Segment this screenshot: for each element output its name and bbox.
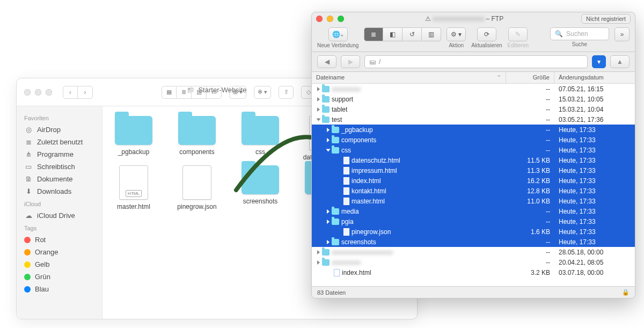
disclosure-triangle-icon[interactable]: [327, 138, 330, 142]
path-dropdown[interactable]: ▾: [592, 55, 606, 68]
col-date[interactable]: Änderungsdatum: [554, 72, 635, 83]
file-count: 83 Dateien: [317, 289, 346, 296]
path-forward[interactable]: ▶: [341, 55, 360, 68]
icon-view-button[interactable]: ▦: [162, 86, 177, 99]
disclosure-triangle-icon[interactable]: [326, 149, 331, 151]
path-up[interactable]: ▲: [610, 55, 630, 68]
disclosure-triangle-icon[interactable]: [317, 118, 321, 121]
columns-icon[interactable]: ▥: [422, 27, 441, 41]
list-row[interactable]: css--Heute, 17:33: [312, 145, 635, 155]
gear-icon[interactable]: ⚙ ▾: [447, 27, 466, 41]
refresh-tool[interactable]: ⟳ Aktualisieren: [471, 27, 502, 48]
list-row[interactable]: datenschutz.html11.5 KBHeute, 17:33: [312, 155, 635, 165]
sidebar-item-icon: ◎: [24, 126, 33, 134]
col-size[interactable]: Größe: [506, 72, 554, 83]
disclosure-triangle-icon[interactable]: [327, 128, 330, 132]
edit-tool[interactable]: ✎ Editieren: [508, 27, 529, 48]
list-row[interactable]: screenshots--Heute, 17:33: [312, 237, 635, 247]
sidebar-item[interactable]: ⋔Programme: [17, 148, 102, 161]
share-button[interactable]: ⇧: [279, 86, 294, 99]
list-header[interactable]: Dateiname⌃ Größe Änderungsdatum: [312, 72, 635, 84]
sidebar-item[interactable]: Blau: [17, 283, 102, 295]
folder-icon: [178, 116, 216, 145]
list-row[interactable]: xxxxxxxxx--07.05.21, 16:15: [312, 84, 635, 94]
back-button[interactable]: ‹: [63, 86, 78, 99]
view-switcher[interactable]: ▦ ≣ ▥ ▭: [162, 86, 222, 99]
row-name: xxxxxxxxx: [332, 85, 361, 93]
list-row[interactable]: components--Heute, 17:33: [312, 135, 635, 145]
ftp-file-list[interactable]: xxxxxxxxx--07.05.21, 16:15support--15.03…: [312, 84, 635, 286]
list-view-button[interactable]: ≣: [177, 86, 192, 99]
folder-item[interactable]: screenshots: [235, 165, 286, 210]
arrange-menu[interactable]: ⊞ ▾: [229, 86, 246, 99]
refresh-icon[interactable]: ⟳: [477, 27, 496, 41]
list-row[interactable]: index.html16.2 KBHeute, 17:33: [312, 176, 635, 186]
disclosure-triangle-icon[interactable]: [317, 250, 320, 254]
folder-item[interactable]: _pgbackup: [108, 116, 159, 161]
ftp-traffic-lights[interactable]: [316, 16, 344, 22]
sidebar-item[interactable]: 🗎Dokumente: [17, 173, 102, 185]
sidebar-item[interactable]: ▭Schreibtisch: [17, 161, 102, 173]
column-view-button[interactable]: ▥: [192, 86, 207, 99]
overflow-button[interactable]: »: [614, 27, 630, 41]
path-back[interactable]: ◀: [317, 55, 336, 68]
row-date: 03.07.18, 00:00: [554, 269, 635, 276]
globe-plus-icon[interactable]: 🌐₊: [328, 27, 348, 41]
list-row[interactable]: _pgbackup--Heute, 17:33: [312, 125, 635, 135]
list-view-icon[interactable]: ≣: [364, 27, 383, 41]
history-icon[interactable]: ↺: [402, 27, 422, 41]
list-row[interactable]: master.html11.0 KBHeute, 17:33: [312, 196, 635, 206]
list-row[interactable]: pinegrow.json1.6 KBHeute, 17:33: [312, 227, 635, 237]
file-icon: [334, 269, 340, 276]
list-row[interactable]: test--03.05.21, 17:36: [312, 114, 635, 125]
sidebar-item[interactable]: Orange: [17, 246, 102, 258]
folder-item[interactable]: components: [171, 116, 223, 161]
view-group[interactable]: ≣ ◧ ↺ ▥: [364, 27, 441, 48]
sidebar-item[interactable]: ◎AirDrop: [17, 123, 102, 136]
folder-item[interactable]: css: [235, 116, 286, 161]
search-tool[interactable]: 🔍 Suchen Suche: [550, 27, 609, 47]
tag-dot-icon: [24, 261, 31, 268]
list-row[interactable]: support--15.03.21, 10:05: [312, 94, 635, 104]
sidebar-item[interactable]: Rot: [17, 234, 102, 246]
disclosure-triangle-icon[interactable]: [327, 240, 330, 244]
disclosure-triangle-icon[interactable]: [327, 220, 330, 224]
sidebar-item[interactable]: Grün: [17, 271, 102, 283]
col-name[interactable]: Dateiname⌃: [312, 72, 506, 83]
list-row[interactable]: kontakt.html12.8 KBHeute, 17:33: [312, 186, 635, 196]
list-row[interactable]: pgia--Heute, 17:33: [312, 216, 635, 227]
list-row[interactable]: xxxxxxxxxxxxxxxxxxx--28.05.18, 00:00: [312, 247, 635, 257]
disclosure-triangle-icon[interactable]: [317, 87, 320, 91]
sidebar-item[interactable]: Gelb: [17, 258, 102, 271]
list-row[interactable]: tablet--15.03.21, 10:04: [312, 104, 635, 114]
finder-traffic-lights[interactable]: [24, 89, 52, 96]
list-row[interactable]: xxxxxxxxx--20.04.21, 08:05: [312, 257, 635, 267]
sidebar-item[interactable]: ⬇Downloads: [17, 185, 102, 198]
action-menu[interactable]: ✻ ▾: [254, 86, 271, 99]
sidebar-section-label: Tags: [17, 222, 102, 234]
action-tool[interactable]: ⚙ ▾ Aktion: [447, 27, 466, 48]
unregistered-badge[interactable]: Nicht registriert: [581, 14, 631, 24]
list-row[interactable]: media--Heute, 17:33: [312, 206, 635, 216]
row-date: Heute, 17:33: [554, 147, 635, 154]
folder-icon: [332, 208, 339, 215]
file-item[interactable]: pinegrow.json: [171, 165, 223, 210]
gallery-view-button[interactable]: ▭: [207, 86, 222, 99]
path-field[interactable]: 🖴 /: [364, 55, 588, 68]
sidebar-item[interactable]: ☁iCloud Drive: [17, 209, 102, 222]
forward-button[interactable]: ›: [78, 86, 93, 99]
disclosure-triangle-icon[interactable]: [327, 209, 330, 214]
new-connection-tool[interactable]: 🌐₊ Neue Verbindung: [317, 27, 358, 48]
disclosure-triangle-icon[interactable]: [317, 107, 320, 112]
file-item[interactable]: master.html: [108, 165, 159, 210]
sidebar-item[interactable]: ≣Zuletzt benutzt: [17, 136, 102, 148]
sidebar-item-label: Gelb: [35, 260, 49, 268]
disclosure-triangle-icon[interactable]: [317, 260, 320, 265]
list-row[interactable]: index.html3.2 KB03.07.18, 00:00: [312, 267, 635, 278]
finder-nav-buttons[interactable]: ‹ ›: [63, 86, 93, 99]
split-view-icon[interactable]: ◧: [383, 27, 402, 41]
pencil-icon[interactable]: ✎: [508, 27, 528, 41]
row-size: 11.5 KB: [506, 157, 554, 164]
list-row[interactable]: impressum.html11.3 KBHeute, 17:33: [312, 165, 635, 176]
disclosure-triangle-icon[interactable]: [317, 97, 320, 101]
